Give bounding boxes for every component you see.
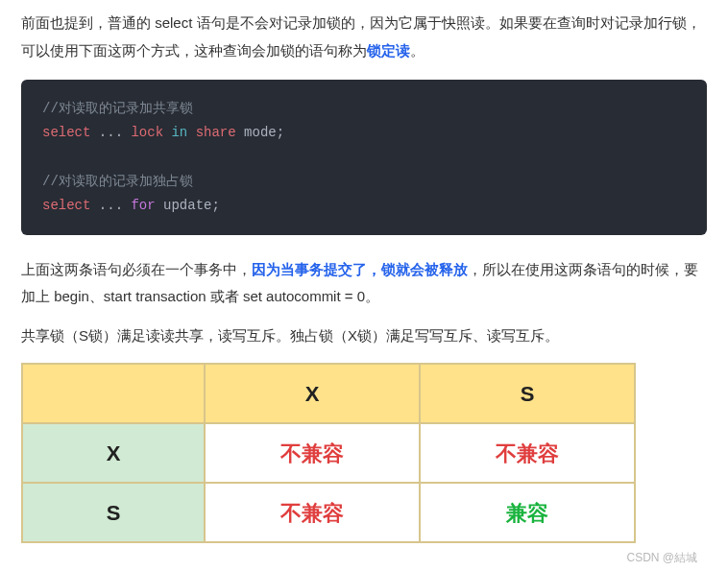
- para1-emphasis: 锁定读: [367, 42, 410, 59]
- compatibility-table-wrapper: X S X 不兼容 不兼容 S 不兼容 兼容 CSDN @結城: [21, 363, 707, 569]
- code-keyword: for: [131, 198, 155, 213]
- code-keyword: select: [42, 125, 90, 140]
- cell-s-s: 兼容: [420, 483, 635, 542]
- para2-emphasis: 因为当事务提交了，锁就会被释放: [252, 261, 468, 277]
- table-header-row: X S: [22, 364, 635, 423]
- paragraph-2: 上面这两条语句必须在一个事务中，因为当事务提交了，锁就会被释放，所以在使用这两条…: [21, 256, 707, 311]
- header-x: X: [205, 364, 420, 423]
- header-s: S: [420, 364, 635, 423]
- paragraph-3: 共享锁（S锁）满足读读共享，读写互斥。独占锁（X锁）满足写写互斥、读写互斥。: [21, 322, 707, 350]
- cell-s-x: 不兼容: [205, 483, 420, 542]
- row-label-s: S: [22, 483, 205, 542]
- table-row: S 不兼容 兼容: [22, 483, 635, 542]
- cell-x-s: 不兼容: [420, 423, 635, 483]
- code-text: ...: [90, 125, 131, 140]
- code-line-1: //对读取的记录加共享锁: [42, 97, 686, 121]
- cell-value: 不兼容: [280, 441, 344, 465]
- table-row: X 不兼容 不兼容: [22, 423, 635, 483]
- code-block: //对读取的记录加共享锁 select ... lock in share mo…: [21, 80, 707, 235]
- code-line-empty: [42, 145, 686, 169]
- watermark: CSDN @結城: [21, 547, 707, 569]
- cell-value: 兼容: [506, 501, 548, 525]
- para2-text: 上面这两条语句必须在一个事务中，: [21, 261, 252, 277]
- code-text: update;: [156, 198, 220, 213]
- code-line-4: //对读取的记录加独占锁: [42, 170, 686, 194]
- para1-tail: 。: [410, 42, 425, 59]
- cell-x-x: 不兼容: [205, 423, 420, 483]
- code-text: mode;: [236, 125, 284, 140]
- code-keyword: select: [42, 198, 90, 213]
- row-label-x: X: [22, 423, 205, 483]
- para1-text: 前面也提到，普通的 select 语句是不会对记录加锁的，因为它属于快照读。如果…: [21, 14, 701, 59]
- code-line-2: select ... lock in share mode;: [42, 121, 686, 145]
- header-corner: [22, 364, 205, 423]
- code-line-5: select ... for update;: [42, 194, 686, 218]
- code-comment: //对读取的记录加独占锁: [42, 174, 193, 189]
- code-text: ...: [90, 198, 131, 213]
- code-comment: //对读取的记录加共享锁: [42, 101, 193, 116]
- code-keyword: in: [163, 125, 196, 140]
- cell-value: 不兼容: [280, 501, 344, 525]
- compatibility-table: X S X 不兼容 不兼容 S 不兼容 兼容: [21, 363, 636, 543]
- paragraph-1: 前面也提到，普通的 select 语句是不会对记录加锁的，因为它属于快照读。如果…: [21, 10, 707, 64]
- cell-value: 不兼容: [496, 441, 559, 465]
- code-keyword: lock: [131, 125, 163, 140]
- code-keyword: share: [196, 125, 236, 140]
